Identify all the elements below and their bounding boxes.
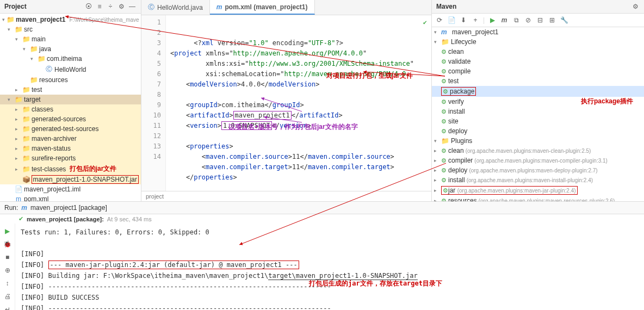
maven-panel: Maven ⚙ ⟳ 📄 ⬇ + | ▶ m ⧉ ⊘ ⊟ ⊞ 🔧 ▾m maven… [432,0,644,201]
lifecycle-clean[interactable]: ⚙clean [432,47,644,57]
collapse-all-icon[interactable]: ⊟ [536,16,544,24]
tree-item-com.itheima[interactable]: ▾📁com.itheima [0,54,141,64]
lifecycle-test[interactable]: ⚙test [432,76,644,86]
gear-icon[interactable]: ⚙ [117,2,126,11]
lifecycle-deploy[interactable]: ⚙deploy [432,126,644,136]
project-panel-title: Project [4,3,82,10]
plugin-compiler[interactable]: ▸⚙compiler (org.apache.maven.plugins:mav… [432,156,644,165]
tree-item-maven_project1-1.0-SNAPSHOT.jar[interactable]: 📦maven_project1-1.0-SNAPSHOT.jar [0,175,141,184]
plugin-resources[interactable]: ▸⚙resources (org.apache.maven.plugins:ma… [432,196,644,201]
lifecycle-package[interactable]: ⚙package [432,86,644,97]
debug-icon[interactable]: 🐞 [3,240,12,249]
tree-item-src[interactable]: ▾📁src [0,24,141,34]
check-icon: ✔ [18,215,23,222]
run-status-line: ✔ maven_project1 [package]: At 9 sec, 43… [0,214,644,224]
tree-item-java[interactable]: ▾📁java [0,44,141,54]
tab-HelloWorld.java[interactable]: ⒸHelloWorld.java [141,0,210,15]
stop-icon[interactable]: ■ [3,253,12,262]
offline-icon[interactable]: ⊘ [524,16,532,24]
plugin-install[interactable]: ▸⚙install (org.apache.maven.plugins:mave… [432,175,644,185]
tab-pom.xml (maven_project1)[interactable]: mpom.xml (maven_project1) [210,0,315,15]
check-icon: ✔ [423,17,427,28]
skip-icon[interactable]: ⧉ [512,16,521,24]
tree-item-test[interactable]: ▸📁test [0,85,141,95]
run-title: Run: [4,204,18,212]
run-icon[interactable]: ▶ [488,16,497,24]
plugins-node[interactable]: ▾📁Plugins [432,136,644,146]
plugin-deploy[interactable]: ▸⚙deploy (org.apache.maven.plugins:maven… [432,165,644,175]
plugin-jar[interactable]: ▸⚙jar (org.apache.maven.plugins:maven-ja… [432,185,644,196]
tree-item-generated-sources[interactable]: ▸📁generated-sources [0,114,141,124]
run-config: maven_project1 [package] [30,204,107,212]
plugin-clean[interactable]: ▸⚙clean (org.apache.maven.plugins:maven-… [432,146,644,156]
maven-root[interactable]: ▾m maven_project1 [432,27,644,37]
run-sidebar: ▶ 🐞 ■ ⊕ ↕ 🖨 ↵ 🗑 [0,224,15,310]
m-icon[interactable]: m [500,16,509,24]
project-root[interactable]: ▾📁 maven_project1 F:\WorkSpace\itheima_m… [0,15,141,24]
tree-item-resources[interactable]: 📁resources [0,75,141,85]
tree-item-target[interactable]: ▾📁target [0,95,141,104]
lifecycle-validate[interactable]: ⚙validate [432,57,644,66]
generate-icon[interactable]: 📄 [447,16,456,24]
project-panel-header: Project ⦿ ≡ ÷ ⚙ — [0,0,141,14]
tree-item-classes[interactable]: ▸📁classes [0,104,141,114]
collapse-icon[interactable]: ≡ [95,2,104,11]
rerun-icon[interactable]: ▶ [3,227,12,235]
tree-item-maven-status[interactable]: ▸📁maven-status [0,144,141,153]
annotation-purple: 以项目名+版本号，作为打包后jar文件的名字 [228,122,358,132]
tree-item-HelloWorld[interactable]: ⒸHelloWorld [0,64,141,75]
pin-icon[interactable]: ⊕ [3,266,12,275]
maven-tree[interactable]: ▾m maven_project1▾📁Lifecycle⚙clean⚙valid… [432,27,644,201]
scroll-icon[interactable]: ↕ [3,279,12,288]
annotation-red: 对项目进行打包，生成jar文件 [326,71,413,80]
project-tree[interactable]: ▾📁 maven_project1 F:\WorkSpace\itheima_m… [0,14,141,201]
download-icon[interactable]: ⬇ [459,16,468,24]
line-gutter: 1234567891011121314 [141,15,166,191]
project-panel: Project ⦿ ≡ ÷ ⚙ — ▾📁 maven_project1 F:\W… [0,0,141,201]
refresh-icon[interactable]: ⟳ [435,16,444,24]
m-icon: m [21,204,27,212]
expand-all-icon[interactable]: ⊞ [548,16,556,24]
soft-wrap-icon[interactable]: ↵ [3,305,12,310]
run-output[interactable]: Tests run: 1, Failures: 0, Errors: 0, Sk… [15,224,644,310]
editor-tabs: ⒸHelloWorld.javampom.xml (maven_project1… [141,0,431,15]
run-header: Run: m maven_project1 [package] [0,202,644,214]
lifecycle-node[interactable]: ▾📁Lifecycle [432,37,644,47]
wrench-icon[interactable]: 🔧 [560,16,568,24]
code-content[interactable]: ✔ <?xml version="1.0" encoding="UTF-8"?>… [166,15,431,191]
maven-title: Maven [436,3,629,10]
hide-icon[interactable]: — [128,2,137,11]
expand-icon[interactable]: ÷ [106,2,115,11]
tree-item-test-classes[interactable]: ▸📁test-classes 打包后的jar文件 [0,163,141,175]
maven-toolbar: ⟳ 📄 ⬇ + | ▶ m ⧉ ⊘ ⊟ ⊞ 🔧 [432,14,644,27]
print-icon[interactable]: 🖨 [3,292,12,301]
editor-area[interactable]: 1234567891011121314 ✔ <?xml version="1.0… [141,15,431,191]
gear-icon[interactable]: ⚙ [631,2,640,11]
tree-item-maven-archiver[interactable]: ▸📁maven-archiver [0,134,141,144]
lifecycle-compile[interactable]: ⚙compile [432,66,644,76]
lifecycle-site[interactable]: ⚙site [432,116,644,126]
tree-item-surefire-reports[interactable]: ▸📁surefire-reports [0,153,141,163]
editor-breadcrumb[interactable]: project [141,191,431,201]
tree-item-generated-test-sources[interactable]: ▸📁generated-test-sources [0,124,141,134]
tree-item-maven_project1.iml[interactable]: 📄maven_project1.iml [0,184,141,194]
target-icon[interactable]: ⦿ [84,2,93,11]
lifecycle-install[interactable]: ⚙install [432,107,644,116]
tree-item-pom.xml[interactable]: mpom.xml [0,194,141,201]
tree-item-main[interactable]: ▾📁main [0,34,141,44]
maven-panel-header: Maven ⚙ [432,0,644,14]
run-panel: Run: m maven_project1 [package] ✔ maven_… [0,201,644,310]
editor-panel: ⒸHelloWorld.javampom.xml (maven_project1… [141,0,432,201]
add-icon[interactable]: + [471,16,480,24]
